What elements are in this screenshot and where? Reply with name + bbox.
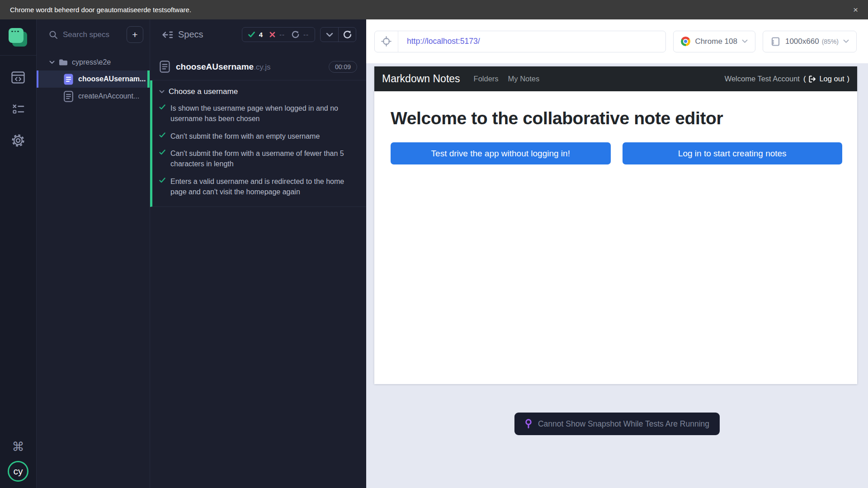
rerun-button[interactable]: [338, 28, 356, 42]
aut-iframe: Markdown Notes Folders My Notes Welcome …: [374, 66, 857, 384]
test-stats: 4 -- --: [242, 27, 315, 42]
logout-link[interactable]: ( Log out): [803, 75, 849, 83]
file-panel: + cypress\e2e: [37, 19, 150, 488]
passed-count: 4: [259, 31, 263, 38]
viewport-select[interactable]: 1000x660 (85%): [763, 31, 857, 52]
spec-file-icon: [64, 91, 73, 102]
sidebar: ⌘ cy: [0, 19, 37, 488]
suite-title: Choose a username: [169, 87, 238, 96]
test-title: Is shown the username page when logged i…: [170, 103, 354, 124]
spec-file-icon: [160, 61, 170, 73]
specs-nav-icon[interactable]: [8, 68, 28, 86]
browser-select-label: Chrome 108: [695, 37, 737, 46]
viewport-size-label: 1000x660: [785, 37, 819, 46]
spec-result-row[interactable]: chooseAUsername.cy.js 00:09: [150, 61, 366, 80]
chevron-down-icon: [326, 33, 333, 37]
automation-banner-text: Chrome wordt beheerd door geautomatiseer…: [10, 6, 191, 14]
aut-stage: Markdown Notes Folders My Notes Welcome …: [366, 63, 868, 488]
chevron-down-icon: [843, 39, 849, 43]
test-result-row[interactable]: Can't submit the form with an empty user…: [159, 131, 354, 141]
new-spec-button[interactable]: +: [127, 26, 143, 43]
chevron-down-icon: [742, 39, 748, 43]
spec-file-label: chooseAUsernam...: [78, 75, 146, 83]
failed-count: --: [279, 31, 285, 38]
test-title: Can't submit the form with a username of…: [170, 148, 354, 169]
test-passed-icon: [159, 150, 165, 155]
test-suite: Choose a username Is shown the username …: [150, 80, 366, 207]
logout-icon: [808, 75, 816, 83]
run-controls: [320, 27, 356, 42]
folder-label: cypress\e2e: [72, 58, 111, 66]
browser-select[interactable]: Chrome 108: [673, 31, 755, 52]
passed-check-icon: [248, 32, 255, 38]
tree-folder-row[interactable]: cypress\e2e: [37, 54, 150, 70]
refresh-icon: [343, 30, 352, 39]
search-input[interactable]: [63, 30, 122, 39]
pending-count: --: [303, 31, 309, 38]
suite-header[interactable]: Choose a username: [159, 87, 354, 96]
test-result-row[interactable]: Can't submit the form with a username of…: [159, 148, 354, 169]
pin-icon: [525, 419, 532, 429]
selector-playground-button[interactable]: [375, 31, 398, 52]
spec-duration-badge: 00:09: [329, 61, 357, 73]
ruler-icon: [770, 37, 781, 47]
spec-extension: .cy.js: [254, 63, 270, 71]
logout-paren-close: ): [847, 75, 850, 83]
url-text[interactable]: http://localhost:5173/: [398, 37, 480, 46]
expand-collapse-button[interactable]: [321, 28, 338, 42]
crosshair-icon: [381, 36, 392, 47]
runs-nav-icon[interactable]: [8, 100, 28, 118]
test-result-row[interactable]: Enters a valid username and is redirecte…: [159, 176, 354, 197]
test-passed-icon: [159, 104, 165, 110]
test-passed-icon: [159, 132, 165, 138]
keyboard-shortcuts-icon[interactable]: ⌘: [12, 440, 24, 454]
logout-paren-open: (: [803, 75, 806, 83]
test-passed-icon: [159, 178, 165, 183]
screen: Chrome wordt beheerd door geautomatiseer…: [0, 0, 868, 488]
folder-icon: [59, 59, 68, 66]
automation-banner: Chrome wordt beheerd door geautomatiseer…: [0, 0, 868, 19]
spec-name: chooseAUsername: [176, 62, 254, 71]
aut-brand[interactable]: Markdown Notes: [382, 73, 460, 85]
chevron-down-icon: [159, 90, 165, 94]
spec-file-selected[interactable]: chooseAUsernam...: [37, 70, 150, 88]
collapse-panel-icon[interactable]: [161, 30, 173, 39]
spec-file[interactable]: createAnAccount...: [37, 88, 150, 105]
spec-file-label: createAnAccount...: [78, 92, 139, 100]
nav-link-my-notes[interactable]: My Notes: [508, 75, 540, 83]
runner-pane: http://localhost:5173/ Chrome 108: [366, 19, 868, 488]
search-icon: [49, 30, 58, 39]
specs-panel: Specs 4 -- --: [150, 19, 366, 488]
test-result-row[interactable]: Is shown the username page when logged i…: [159, 103, 354, 124]
settings-gear-icon[interactable]: [8, 131, 28, 150]
aut-navbar: Markdown Notes Folders My Notes Welcome …: [374, 66, 857, 91]
browser-toolbar: http://localhost:5173/ Chrome 108: [366, 19, 868, 63]
url-bar: http://localhost:5173/: [374, 31, 666, 52]
viewport-scale-label: (85%): [822, 38, 839, 45]
test-title: Enters a valid username and is redirecte…: [170, 176, 354, 197]
nav-link-folders[interactable]: Folders: [474, 75, 499, 83]
logout-label: Log out: [819, 75, 844, 83]
spec-file-icon: [64, 74, 73, 85]
pending-restart-icon: [292, 31, 299, 38]
test-title: Can't submit the form with an empty user…: [170, 131, 320, 141]
cypress-app: ⌘ cy +: [0, 19, 868, 488]
specs-panel-title: Specs: [178, 29, 203, 40]
snapshot-disabled-pill: Cannot Show Snapshot While Tests Are Run…: [514, 413, 720, 435]
cypress-version-badge[interactable]: cy: [8, 461, 28, 482]
test-drive-button[interactable]: Test drive the app without logging in!: [391, 142, 611, 164]
cypress-logo-icon: [8, 28, 28, 47]
page-title: Welcome to the collaborative note editor: [391, 108, 842, 128]
chrome-icon: [681, 37, 690, 46]
welcome-text: Welcome Test Account: [725, 75, 800, 83]
failed-x-icon: [269, 32, 275, 38]
cypress-logo: [0, 19, 36, 56]
chevron-down-icon: [49, 61, 55, 64]
login-button[interactable]: Log in to start creating notes: [623, 142, 843, 164]
close-icon[interactable]: ×: [853, 5, 858, 14]
snapshot-pill-text: Cannot Show Snapshot While Tests Are Run…: [538, 419, 709, 429]
